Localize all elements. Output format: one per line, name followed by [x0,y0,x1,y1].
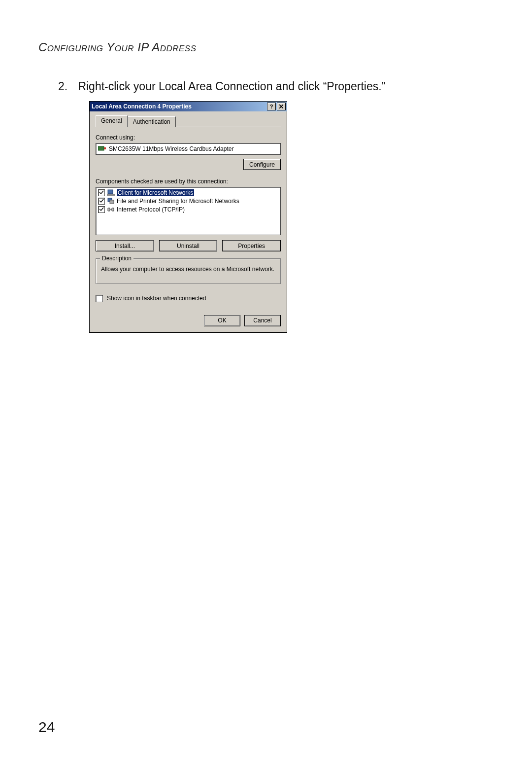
checkbox[interactable] [98,198,105,205]
step-text: Right-click your Local Area Connection a… [78,80,385,93]
tab-panel-general: Connect using: SMC2635W 11Mbps Wireless … [96,127,281,326]
button-label: OK [218,317,226,324]
svg-rect-2 [108,190,113,194]
svg-rect-1 [104,147,106,149]
section-title: Configuring Your IP Address [38,40,197,54]
tab-label: Authentication [133,118,170,125]
show-icon-row: Show icon in taskbar when connected [96,295,281,302]
list-item-label: File and Printer Sharing for Microsoft N… [117,198,239,205]
components-list[interactable]: Client for Microsoft Networks File and P… [96,187,281,235]
help-button[interactable]: ? [267,103,276,110]
button-label: Cancel [253,317,271,324]
dialog-footer: OK Cancel [96,315,281,326]
show-icon-checkbox[interactable] [96,295,103,302]
page-number: 24 [38,719,55,736]
checkbox[interactable] [98,206,105,213]
list-item[interactable]: File and Printer Sharing for Microsoft N… [98,197,278,205]
description-text: Allows your computer to access resources… [101,266,275,274]
tab-general[interactable]: General [96,115,128,127]
nic-icon [98,145,106,153]
button-label: Properties [238,243,265,249]
checkmark-icon [99,206,104,213]
checkmark-icon [99,189,104,196]
close-icon [279,104,283,109]
cancel-button[interactable]: Cancel [244,315,281,326]
instruction-step: 2. Right-click your Local Area Connectio… [58,80,385,93]
properties-dialog: Local Area Connection 4 Properties ? Gen… [89,101,287,333]
titlebar[interactable]: Local Area Connection 4 Properties ? [90,102,287,111]
client-icon [107,189,115,197]
components-label: Components checked are used by this conn… [96,178,281,185]
adapter-name: SMC2635W 11Mbps Wireless Cardbus Adapter [109,145,233,152]
tab-authentication[interactable]: Authentication [128,116,176,127]
list-item-label: Internet Protocol (TCP/IP) [117,206,185,213]
component-buttons: Install... Uninstall Properties [96,240,281,251]
list-item[interactable]: Internet Protocol (TCP/IP) [98,205,278,213]
connect-using-label: Connect using: [96,134,281,141]
description-group: Description Allows your computer to acce… [96,258,281,284]
share-icon [107,197,115,205]
checkbox[interactable] [98,189,105,196]
window-title: Local Area Connection 4 Properties [92,103,267,110]
button-label: Install... [115,243,135,249]
ok-button[interactable]: OK [204,315,240,326]
protocol-icon [107,206,115,213]
step-number: 2. [58,80,75,93]
help-icon: ? [270,104,273,109]
tab-label: General [101,117,122,124]
list-item[interactable]: Client for Microsoft Networks [98,188,278,197]
list-item-label: Client for Microsoft Networks [117,189,194,196]
dialog-body: General Authentication Connect using: SM… [90,111,287,332]
svg-rect-3 [107,194,115,196]
show-icon-label: Show icon in taskbar when connected [107,295,206,302]
svg-rect-0 [98,146,104,150]
svg-rect-5 [110,200,114,204]
configure-button[interactable]: Configure [243,159,281,170]
adapter-field[interactable]: SMC2635W 11Mbps Wireless Cardbus Adapter [96,143,281,155]
document-page: Configuring Your IP Address 2. Right-cli… [0,0,532,774]
close-button[interactable] [277,103,286,110]
uninstall-button[interactable]: Uninstall [159,240,218,251]
button-label: Configure [249,161,275,168]
checkmark-icon [99,198,104,205]
button-label: Uninstall [177,243,200,249]
tab-strip: General Authentication [96,115,281,127]
install-button[interactable]: Install... [96,240,154,251]
description-legend: Description [100,255,133,262]
properties-button[interactable]: Properties [222,240,281,251]
